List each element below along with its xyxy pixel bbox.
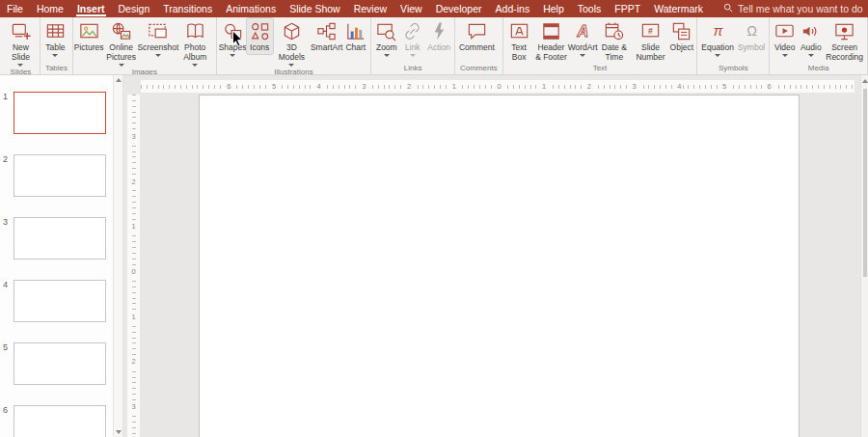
ribbon-button-label: New Slide — [6, 43, 36, 63]
scrollbar-thumb[interactable] — [863, 89, 867, 277]
ribbon-button-slide-number[interactable]: #Slide Number — [633, 18, 669, 64]
menu-item-review[interactable]: Review — [347, 0, 393, 17]
menu-item-file[interactable]: File — [0, 0, 30, 17]
menu-item-view[interactable]: View — [393, 0, 429, 17]
ribbon-button-header-and-footer[interactable]: Header & Footer — [533, 18, 570, 64]
menu-item-developer[interactable]: Developer — [429, 0, 489, 17]
ribbon-button-zoom[interactable]: Zoom — [373, 18, 399, 58]
ribbon-group-label: Illustrations — [219, 68, 369, 75]
ribbon-button-chart[interactable]: Chart — [342, 18, 368, 54]
ribbon-button-online-pictures[interactable]: Online Pictures — [102, 18, 140, 68]
dropdown-arrow-icon — [17, 64, 23, 67]
3d-models-icon — [281, 19, 303, 43]
menu-item-design[interactable]: Design — [112, 0, 157, 17]
dropdown-arrow-icon — [155, 54, 161, 57]
ruler-number: 6 — [225, 82, 232, 92]
ribbon-button-screenshot[interactable]: Screenshot — [140, 18, 176, 58]
ribbon-button-text-box[interactable]: Text Box — [505, 18, 533, 64]
shapes-icon — [222, 19, 244, 43]
ribbon-group-label: Images — [75, 68, 214, 75]
slide-thumbnail-3[interactable]: 3 — [3, 217, 106, 259]
slide-thumbnail-preview[interactable] — [14, 154, 106, 197]
scroll-down-icon[interactable] — [116, 430, 122, 434]
ribbon-button-table[interactable]: Table — [42, 18, 68, 58]
dropdown-arrow-icon — [782, 54, 788, 57]
chart-icon — [344, 19, 366, 43]
menu-item-add-ins[interactable]: Add-ins — [489, 0, 537, 17]
ribbon-button-shapes[interactable]: Shapes — [219, 18, 247, 58]
slide-thumbnail-preview[interactable] — [14, 342, 106, 385]
ribbon-button-new-slide[interactable]: New Slide — [4, 18, 38, 68]
ribbon-button-icons[interactable]: Icons — [247, 18, 273, 54]
menu-item-help[interactable]: Help — [536, 0, 571, 17]
slide-number-label: 2 — [3, 154, 14, 197]
slide-thumbnail-preview[interactable] — [14, 280, 106, 322]
powerpoint-window: FileHomeInsertDesignTransitionsAnimation… — [0, 0, 868, 437]
slide-thumbnail-4[interactable]: 4 — [3, 280, 106, 322]
ribbon-button-audio[interactable]: Audio — [798, 18, 824, 58]
slide-thumbnail-preview[interactable] — [14, 405, 106, 437]
ribbon-button-pictures[interactable]: Pictures — [75, 18, 102, 54]
slide-thumbnail-6[interactable]: 6 — [3, 405, 106, 437]
slide-thumbnail-preview[interactable] — [14, 92, 106, 134]
table-icon — [44, 19, 67, 43]
dropdown-arrow-icon — [580, 54, 585, 57]
ribbon-button-screen-recording[interactable]: Screen Recording — [824, 18, 865, 64]
smartart-icon — [315, 19, 338, 43]
slide-number-icon: # — [639, 19, 662, 43]
menu-item-insert[interactable]: Insert — [70, 0, 112, 17]
ribbon-button-3d-models[interactable]: 3D Models — [273, 18, 311, 68]
dropdown-arrow-icon — [192, 64, 198, 67]
ribbon-button-label: Video — [774, 43, 796, 53]
slide-thumbnail-preview[interactable] — [14, 217, 106, 259]
slide-thumbnail-1[interactable]: 1 — [3, 92, 106, 134]
ribbon-button-label: Shapes — [219, 43, 247, 53]
ribbon-button-object[interactable]: Object — [668, 18, 694, 54]
slide-thumbnail-5[interactable]: 5 — [3, 342, 106, 385]
titlebar-right: Share Comments — [863, 0, 868, 17]
share-button[interactable]: Share — [863, 0, 868, 17]
vertical-scrollbar[interactable] — [860, 75, 868, 437]
menu-item-watermark[interactable]: Watermark — [647, 0, 710, 17]
ruler-number: 2 — [585, 82, 593, 92]
slide-number-label: 1 — [3, 92, 14, 134]
menu-item-tools[interactable]: Tools — [571, 0, 609, 17]
ribbon-group-label: Slides — [4, 68, 38, 75]
menu-item-fppt[interactable]: FPPT — [608, 0, 647, 17]
slide-number-label: 6 — [3, 405, 14, 437]
ribbon-group-images: PicturesOnline PicturesScreenshotPhoto A… — [73, 17, 217, 74]
ribbon-button-wordart[interactable]: AWordArt — [569, 18, 596, 58]
link-icon — [401, 19, 423, 43]
menu-item-transitions[interactable]: Transitions — [156, 0, 219, 17]
ruler-number: 1 — [131, 313, 135, 322]
scroll-up-icon[interactable] — [116, 78, 122, 82]
thumbnail-scrollbar[interactable] — [114, 75, 123, 437]
ribbon-button-label: Screenshot — [137, 43, 178, 53]
tell-me-search[interactable]: Tell me what you want to do — [723, 3, 863, 14]
wordart-icon: A — [572, 19, 594, 43]
ribbon-button-comment[interactable]: Comment — [457, 18, 497, 54]
slide-number-label: 4 — [3, 280, 14, 322]
slide-canvas[interactable] — [199, 95, 800, 437]
ribbon-button-video[interactable]: Video — [772, 18, 798, 58]
vertical-ruler: 3210123 — [127, 95, 140, 437]
ribbon-button-label: Symbol — [738, 43, 765, 53]
slide-thumbnail-2[interactable]: 2 — [3, 154, 106, 197]
menu-item-animations[interactable]: Animations — [219, 0, 283, 17]
header-footer-icon — [540, 19, 562, 43]
ruler-number: 2 — [131, 357, 135, 367]
menu-item-slide-show[interactable]: Slide Show — [283, 0, 347, 17]
scroll-up-icon[interactable] — [862, 79, 868, 83]
ribbon-button-equation[interactable]: πEquation — [699, 18, 736, 58]
ribbon-button-smartart[interactable]: SmartArt — [311, 18, 342, 54]
ribbon-group-text: Text BoxHeader & FooterAWordArtDate & Ti… — [503, 17, 698, 74]
ribbon-button-label: Equation — [701, 43, 734, 53]
ribbon-button-label: Table — [45, 43, 65, 53]
dropdown-arrow-icon — [715, 54, 720, 57]
ribbon-button-label: Audio — [800, 43, 822, 53]
ribbon-button-photo-album[interactable]: Photo Album — [176, 18, 214, 68]
ribbon-button-date-and-time[interactable]: Date & Time — [596, 18, 633, 64]
ribbon-group-label: Links — [373, 64, 452, 74]
menu-item-home[interactable]: Home — [30, 0, 70, 17]
new-slide-icon — [10, 19, 32, 43]
